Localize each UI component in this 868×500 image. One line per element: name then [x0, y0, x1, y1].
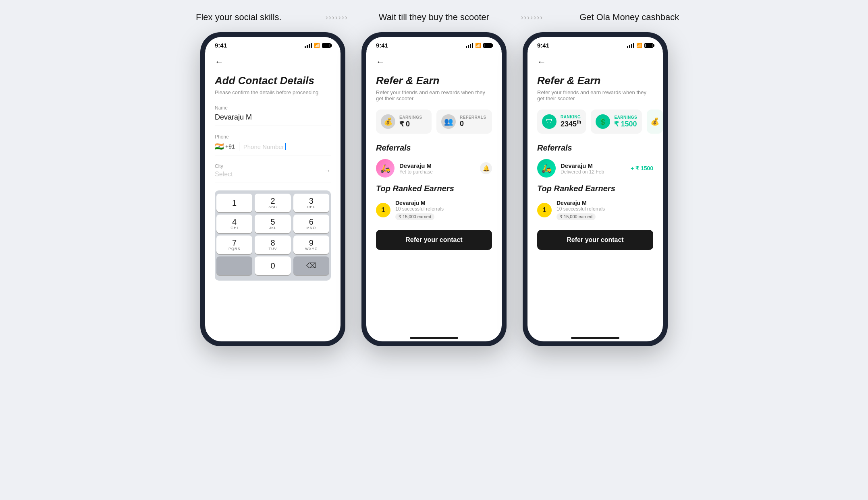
step1-label: Flex your social skills.	[152, 12, 326, 23]
battery-icon-3	[644, 43, 653, 48]
back-button-1[interactable]: ←	[215, 57, 331, 67]
keyboard: 1 2 ABC 3 DEF 4	[215, 190, 331, 281]
referral-amount-3: + ₹ 1500	[631, 165, 653, 171]
referrals-section-2: Referrals	[376, 143, 492, 153]
earnings-value-2: ₹ 0	[399, 120, 422, 128]
phone-code: +91	[225, 143, 235, 150]
referral-status-3: Delivered on 12 Feb	[561, 169, 626, 175]
earner-item-2: 1 Devaraju M 10 successful referrals ₹ 1…	[376, 200, 492, 220]
earnings-value-3: ₹ 1500	[614, 120, 637, 128]
ranking-value-3: 2345th	[561, 119, 581, 128]
key-5[interactable]: 5 JKL	[255, 215, 291, 233]
signal-icon-2	[466, 43, 473, 48]
arrows-1: ›››››››	[326, 13, 347, 22]
city-arrow-icon: →	[324, 167, 331, 175]
phone-3-inner: 9:41 📶 ← Refer & Earn R	[527, 37, 663, 341]
phone-field[interactable]: 🇮🇳 +91 Phone Number	[215, 142, 331, 155]
stats-row-3: 🛡 RANKING 2345th 💲 EARNINGS ₹ 1500	[537, 110, 653, 134]
key-delete[interactable]: ⌫	[293, 256, 329, 275]
referral-item-2: 🛵 Devaraju M Yet to purchase 🔔	[376, 159, 492, 178]
back-button-2[interactable]: ←	[376, 57, 492, 67]
earner-referrals-3: 10 successful referrals	[557, 206, 653, 212]
key-9[interactable]: 9 WXYZ	[293, 236, 329, 254]
rank-badge-2: 1	[376, 203, 390, 217]
referrals-icon-2: 👥	[441, 114, 456, 129]
screen-1: ← Add Contact Details Please confirm the…	[205, 51, 341, 341]
extra-icon-3: 💰	[650, 117, 659, 126]
key-8[interactable]: 8 TUV	[255, 236, 291, 254]
wifi-icon-1: 📶	[314, 43, 320, 48]
status-icons-1: 📶	[305, 43, 331, 48]
name-value[interactable]: Devaraju M	[215, 113, 331, 126]
keyboard-row-4: 0 ⌫	[216, 256, 329, 275]
referrals-value-2: 0	[460, 120, 486, 128]
earnings-label-2: EARNINGS	[399, 115, 422, 120]
earnings-card-2: 💰 EARNINGS ₹ 0	[376, 110, 432, 134]
time-1: 9:41	[215, 42, 227, 49]
keyboard-row-1: 1 2 ABC 3 DEF	[216, 194, 329, 212]
phone-flag[interactable]: 🇮🇳 +91	[215, 142, 239, 151]
earnings-info-3: EARNINGS ₹ 1500	[614, 115, 637, 128]
earner-earned-3: ₹ 15,000 earned	[557, 213, 596, 220]
key-2[interactable]: 2 ABC	[255, 194, 291, 212]
city-placeholder: Select	[215, 171, 233, 178]
key-7[interactable]: 7 PQRS	[216, 236, 252, 254]
stats-row-2: 💰 EARNINGS ₹ 0 👥 REFERRALS 0	[376, 110, 492, 134]
delete-icon: ⌫	[306, 261, 316, 270]
refer-button-3[interactable]: Refer your contact	[537, 230, 653, 250]
refer-button-2[interactable]: Refer your contact	[376, 230, 492, 250]
earner-info-3: Devaraju M 10 successful referrals ₹ 15,…	[557, 200, 653, 220]
time-2: 9:41	[376, 42, 388, 49]
wifi-icon-3: 📶	[636, 43, 642, 48]
signal-icon-3	[627, 43, 634, 48]
key-6[interactable]: 6 MNO	[293, 215, 329, 233]
status-bar-1: 9:41 📶	[205, 37, 341, 51]
referrals-info-2: REFERRALS 0	[460, 115, 486, 128]
step2-label: Wait till they buy the scooter	[347, 12, 521, 23]
city-field[interactable]: City Select →	[215, 163, 331, 182]
rank-badge-3: 1	[537, 203, 552, 217]
city-label: City	[215, 163, 233, 169]
phone-1-inner: 9:41 📶 ← Add Contact Det	[205, 37, 341, 341]
referral-info-2: Devaraju M Yet to purchase	[399, 162, 475, 175]
page-title-1: Add Contact Details	[215, 74, 331, 87]
battery-icon-1	[322, 43, 331, 48]
key-0[interactable]: 0	[255, 256, 291, 275]
status-icons-2: 📶	[466, 43, 492, 48]
name-label: Name	[215, 105, 331, 111]
earnings-label-3: EARNINGS	[614, 115, 637, 120]
key-empty	[216, 256, 252, 275]
page-title-2: Refer & Earn	[376, 74, 492, 87]
earner-name-3: Devaraju M	[557, 200, 653, 206]
key-1[interactable]: 1	[216, 194, 252, 212]
key-4[interactable]: 4 GHI	[216, 215, 252, 233]
step-labels: Flex your social skills. ››››››› Wait ti…	[152, 12, 716, 23]
earner-referrals-2: 10 successful referrals	[395, 206, 492, 212]
page-subtitle-1: Please confirm the details before procee…	[215, 89, 331, 95]
status-icons-3: 📶	[627, 43, 653, 48]
status-bar-3: 9:41 📶	[527, 37, 663, 51]
bell-icon-2[interactable]: 🔔	[480, 162, 492, 174]
page-subtitle-3: Refer your friends and earn rewards when…	[537, 89, 653, 101]
earnings-info-2: EARNINGS ₹ 0	[399, 115, 422, 128]
screen-3: ← Refer & Earn Refer your friends and ea…	[527, 51, 663, 333]
back-button-3[interactable]: ←	[537, 57, 653, 67]
referral-name-3: Devaraju M	[561, 162, 626, 169]
key-3[interactable]: 3 DEF	[293, 194, 329, 212]
extra-card-3: 💰	[647, 110, 663, 134]
referral-status-2: Yet to purchase	[399, 169, 475, 175]
phone-label: Phone	[215, 134, 331, 140]
flag-emoji: 🇮🇳	[215, 142, 224, 151]
home-indicator-3	[571, 337, 619, 339]
phone-2-inner: 9:41 📶 ← Refer & Earn R	[366, 37, 502, 341]
earnings-card-3: 💲 EARNINGS ₹ 1500	[591, 110, 642, 134]
earner-name-2: Devaraju M	[395, 200, 492, 206]
ranking-icon-3: 🛡	[542, 114, 557, 129]
step3-label: Get Ola Money cashback	[542, 12, 716, 23]
earner-item-3: 1 Devaraju M 10 successful referrals ₹ 1…	[537, 200, 653, 220]
keyboard-row-2: 4 GHI 5 JKL 6 MNO	[216, 215, 329, 233]
ranking-info-3: RANKING 2345th	[561, 115, 581, 128]
phone-input[interactable]: Phone Number	[243, 143, 284, 150]
keyboard-row-3: 7 PQRS 8 TUV 9 WXYZ	[216, 236, 329, 254]
city-left: City Select	[215, 163, 233, 178]
